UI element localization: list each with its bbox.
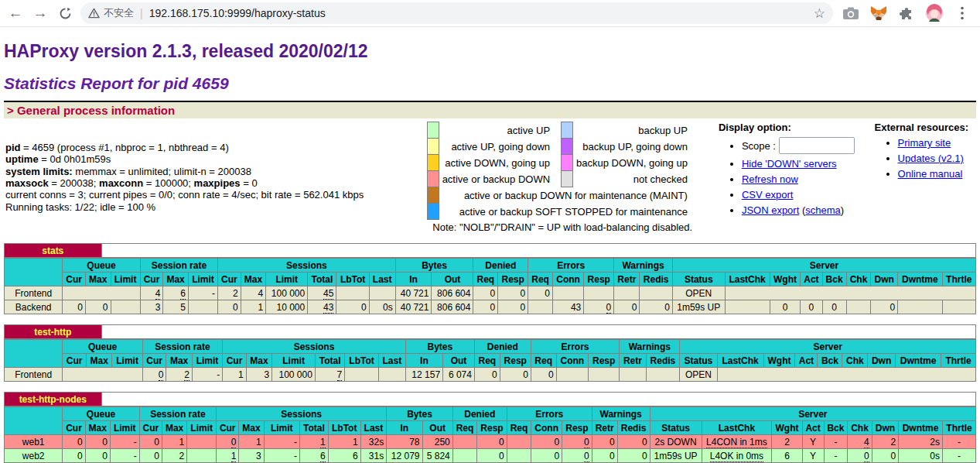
col-header-act: Act bbox=[801, 273, 822, 286]
stat-cell bbox=[898, 300, 943, 314]
legend-label: backup UP bbox=[573, 122, 698, 139]
col-header-status: Status bbox=[680, 354, 717, 368]
site-security-chip[interactable]: 不安全 bbox=[88, 6, 134, 20]
display-option-item: Hide 'DOWN' servers bbox=[742, 158, 855, 170]
col-header-resp: Resp bbox=[477, 421, 507, 435]
col-group-denied: Denied bbox=[452, 407, 507, 421]
warning-triangle-icon bbox=[88, 8, 100, 19]
col-group-denied: Denied bbox=[473, 259, 528, 273]
process-info-line: current conns = 3; current pipes = 0/0; … bbox=[5, 189, 427, 201]
stat-cell: 0 bbox=[528, 286, 553, 300]
stat-cell: 0 bbox=[617, 435, 650, 449]
back-button[interactable]: ← bbox=[5, 2, 26, 24]
col-header-limit: Limit bbox=[188, 273, 217, 286]
stat-row-frontend: Frontend02-13100 000712 1576 074000OPEN bbox=[5, 368, 976, 382]
stat-cell bbox=[63, 286, 140, 300]
col-header-thrtle: Thrtle bbox=[942, 421, 975, 435]
online-manual-link[interactable]: Online manual bbox=[898, 168, 963, 180]
stat-cell: 0 bbox=[498, 300, 528, 314]
col-header-resp: Resp bbox=[589, 354, 620, 368]
stat-cell: 1 bbox=[162, 435, 187, 449]
stat-cell: 1 bbox=[239, 435, 264, 449]
stat-cell bbox=[336, 286, 369, 300]
proxy-title-link[interactable]: test-http bbox=[34, 327, 71, 338]
stat-cell: 0 bbox=[871, 300, 898, 314]
stat-cell: 0 bbox=[142, 368, 166, 382]
stat-cell: 31s bbox=[360, 449, 387, 463]
page-title[interactable]: HAProxy version 2.1.3, released 2020/02/… bbox=[4, 41, 976, 62]
stat-cell: 1 bbox=[328, 435, 360, 449]
stat-cell: 0 bbox=[139, 449, 162, 463]
col-header-cur: Cur bbox=[63, 273, 86, 286]
scope-label: Scope : bbox=[742, 140, 776, 152]
scope-input[interactable] bbox=[779, 137, 855, 154]
scope-item: Scope : bbox=[742, 137, 855, 154]
stat-cell bbox=[188, 300, 217, 314]
csv-export-link[interactable]: CSV export bbox=[742, 189, 793, 201]
stat-cell bbox=[584, 286, 614, 300]
col-header-limit: Limit bbox=[111, 273, 140, 286]
menu-button[interactable] bbox=[952, 3, 972, 23]
stat-cell: - bbox=[264, 435, 299, 449]
col-group-bytes: Bytes bbox=[395, 259, 473, 273]
updates-v2-1-link[interactable]: Updates (v2.1) bbox=[898, 153, 964, 164]
stat-cell: 0 bbox=[336, 300, 369, 314]
proxy-rows: Frontend46-24100 0004540 721806 604000OP… bbox=[5, 286, 976, 314]
stat-cell: 0 bbox=[473, 300, 498, 314]
refresh-now-link[interactable]: Refresh now bbox=[742, 173, 798, 185]
primary-site-link[interactable]: Primary site bbox=[898, 137, 951, 149]
corner-cell bbox=[5, 259, 63, 286]
stat-cell: 0 bbox=[63, 300, 86, 314]
profile-avatar[interactable] bbox=[924, 3, 944, 23]
col-header-resp: Resp bbox=[500, 354, 531, 368]
json-export-link[interactable]: JSON export bbox=[742, 204, 799, 216]
stat-cell: 0 bbox=[473, 286, 498, 300]
stat-cell: 5 824 bbox=[422, 449, 452, 463]
stat-cell: 0 bbox=[217, 435, 239, 449]
col-header-lbtot: LbTot bbox=[345, 354, 379, 368]
stat-cell bbox=[507, 449, 531, 463]
col-header-max: Max bbox=[86, 273, 111, 286]
metamask-icon[interactable] bbox=[869, 3, 889, 23]
reload-button[interactable] bbox=[54, 2, 76, 24]
stat-cell: OPEN bbox=[672, 286, 725, 300]
col-header-bck: Bck bbox=[824, 421, 848, 435]
stat-cell: 43 bbox=[308, 300, 336, 314]
proxy-title-link[interactable]: test-http-nodes bbox=[19, 394, 87, 405]
col-group-warnings: Warnings bbox=[614, 259, 673, 273]
col-header-dwntme: Dwntme bbox=[899, 421, 943, 435]
proxy-title-link[interactable]: stats bbox=[42, 245, 63, 256]
stat-cell: 0 bbox=[848, 449, 872, 463]
legend-swatch-active-or-backup-down bbox=[427, 171, 439, 187]
col-header-wght: Wght bbox=[770, 273, 801, 286]
col-header-cur: Cur bbox=[140, 273, 163, 286]
stat-cell: 0s bbox=[369, 300, 395, 314]
process-info-line: system limits: memmax = unlimited; ulimi… bbox=[5, 166, 427, 177]
col-group-denied: Denied bbox=[474, 340, 531, 354]
col-header-resp: Resp bbox=[584, 273, 614, 286]
proxy-title-spacer bbox=[101, 325, 975, 339]
forward-button[interactable]: → bbox=[29, 2, 51, 24]
col-header-max: Max bbox=[166, 354, 193, 368]
extensions-icon[interactable] bbox=[896, 3, 917, 23]
camera-extension-icon[interactable] bbox=[841, 3, 861, 23]
stat-row-backend: Backend00350110 0004300s40 721806 604004… bbox=[5, 300, 976, 314]
address-bar[interactable]: 不安全 | 192.168.175.10:9999/haproxy-status… bbox=[80, 2, 833, 24]
display-option-item: CSV export bbox=[742, 189, 855, 201]
stat-cell bbox=[452, 449, 476, 463]
stat-cell: L4CON in 1ms bbox=[702, 435, 772, 449]
stat-cell bbox=[614, 286, 640, 300]
hide-down-servers-link[interactable]: Hide 'DOWN' servers bbox=[742, 158, 837, 170]
bookmark-star-icon[interactable]: ☆ bbox=[814, 5, 825, 22]
col-header-max: Max bbox=[163, 273, 189, 286]
col-header-in: In bbox=[395, 273, 432, 286]
general-info-row: pid = 4659 (process #1, nbproc = 1, nbth… bbox=[4, 122, 976, 233]
legend-swatch-active-up-going-down bbox=[427, 139, 439, 155]
corner-cell bbox=[5, 340, 63, 368]
legend-swatch-active-up bbox=[427, 122, 439, 139]
stat-cell: - bbox=[264, 449, 299, 463]
col-header-max: Max bbox=[246, 354, 272, 368]
schema-link[interactable]: schema bbox=[805, 204, 841, 216]
col-header-retr: Retr bbox=[614, 273, 640, 286]
stat-cell: 45 bbox=[308, 286, 336, 300]
